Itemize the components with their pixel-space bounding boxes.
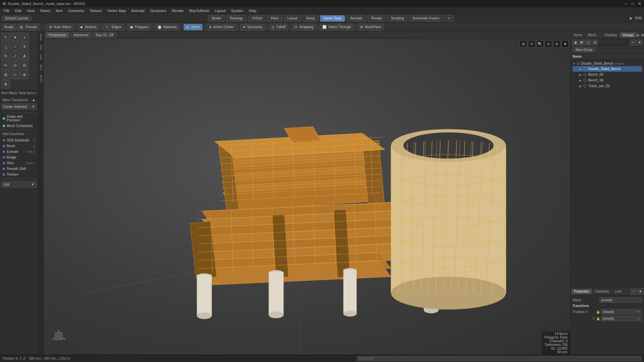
vp-tab-raygl[interactable]: Ray GL: Off	[93, 32, 117, 38]
more-transforms-header[interactable]: More Transforms ▶	[0, 97, 38, 103]
text-tool-btn[interactable]: A	[20, 52, 29, 60]
menu-view[interactable]: View	[24, 8, 37, 13]
scale-tool-btn[interactable]: ⤢	[11, 52, 19, 60]
vp-tab-advanced[interactable]: Advanced	[70, 32, 91, 38]
right-tab-mesh[interactable]: Mesh...	[585, 33, 601, 38]
position-lock-icon[interactable]: 🔒	[596, 310, 600, 314]
magnet-tool-btn[interactable]: ⊙	[11, 61, 19, 70]
select-tool-btn[interactable]: ↖	[1, 33, 10, 42]
vertices-button[interactable]: ◆ Vertices	[77, 24, 99, 31]
edges-button[interactable]: ⬡ Edges	[103, 24, 124, 31]
falloff-button[interactable]: ◎ Falloff	[269, 24, 288, 31]
tree-item-trashcan[interactable]: ▶ ⬡ Trash_can_05	[573, 83, 642, 89]
menu-help[interactable]: Help	[247, 8, 259, 13]
select-through-button[interactable]: ⬜ Select Through	[320, 24, 354, 31]
cube-tool-btn[interactable]: ▪	[20, 33, 29, 42]
vert-tab-vert[interactable]: Vert	[38, 52, 43, 62]
vert-tab-curve[interactable]: Curve	[38, 72, 43, 85]
tab-schematic-fusion[interactable]: Schematic Fusion	[409, 15, 443, 22]
sds-subdivide-item[interactable]: SDS Subdivide D	[0, 137, 38, 143]
rt-icon-4[interactable]: ⊞	[592, 40, 598, 46]
vp-icon-4[interactable]: ✛	[545, 40, 552, 48]
tab-animate[interactable]: Animate	[346, 15, 366, 22]
menu-dynamics[interactable]: Dynamics	[148, 8, 169, 13]
workplane-button[interactable]: ⊞ WorkPlane	[358, 24, 384, 31]
bevel-item[interactable]: Bevel B	[0, 143, 38, 149]
titlebar-controls[interactable]: ─ □ ✕	[625, 1, 641, 6]
new-group-button[interactable]: New Group	[573, 47, 596, 52]
viewport-canvas[interactable]: ⊞ ↻ 🔍 ✛ ⚙ ▼ 14 Items Polygons: Face	[44, 39, 570, 355]
prop-name-value[interactable]: (mixed)	[599, 297, 642, 303]
extra-tool-btn[interactable]: ⊕	[1, 80, 10, 88]
tab-model[interactable]: Model	[208, 15, 224, 22]
sculpt-button[interactable]: Sculpt	[1, 24, 16, 31]
vp-tab-perspective[interactable]: Perspective	[46, 32, 69, 38]
rotate-tool-btn[interactable]: ↻	[1, 52, 10, 60]
right-tab-groups[interactable]: Groups	[620, 33, 636, 38]
default-layouts-dropdown[interactable]: Default Layouts	[2, 16, 32, 21]
tab-topology[interactable]: Topology	[226, 15, 247, 22]
slice-item[interactable]: Slice Shift-C	[0, 160, 38, 166]
tab-layout[interactable]: Layout	[284, 15, 301, 22]
maximize-button[interactable]: □	[632, 1, 634, 6]
array-tool-btn[interactable]: ⊞	[1, 70, 10, 79]
tree-item-bench06[interactable]: ▶ ⬡ Bench_06	[573, 77, 642, 83]
menu-texture[interactable]: Texture	[88, 8, 104, 13]
tab-uvedit[interactable]: UVEdit	[248, 15, 266, 22]
action-center-button[interactable]: ⊕ Action Center	[206, 24, 236, 31]
vp-icon-6[interactable]: ▼	[561, 40, 569, 48]
prop-position-x-value[interactable]: (mixed)	[601, 309, 635, 314]
extrude-item[interactable]: Extrude Shift-X	[0, 149, 38, 155]
tree-root-header[interactable]: ▼ ⊡ Double_Sided_Bench 4 Items	[573, 61, 642, 66]
sphere-tool-btn[interactable]: ●	[11, 33, 19, 42]
bridge-item[interactable]: Bridge	[0, 155, 38, 160]
tab-game-tools[interactable]: Game Tools	[320, 15, 345, 22]
right-panel-collapse[interactable]: ◀	[641, 33, 643, 37]
menu-render[interactable]: Render	[169, 8, 186, 13]
menu-edit[interactable]: Edit	[13, 8, 24, 13]
vp-icon-settings[interactable]: ⚙	[553, 40, 560, 48]
favorites-star[interactable]: ★	[629, 16, 633, 21]
center-selected-dropdown[interactable]: Center Selected ▼	[1, 104, 37, 110]
vp-icon-2[interactable]: ↻	[528, 40, 535, 48]
snapping-button[interactable]: ⊡ Snapping	[292, 24, 316, 31]
smooth-shift-item[interactable]: Smooth Shift	[0, 166, 38, 172]
mesh-constraints-item[interactable]: Mesh Constraints	[0, 123, 38, 129]
presets-button[interactable]: ▤ Presets	[17, 24, 40, 31]
right-tab-shading[interactable]: Shading	[602, 33, 620, 38]
tree-item-double-sided-bench[interactable]: ▶ ⬡ Double_Sided_Bench	[573, 66, 642, 72]
vert-tab-poly[interactable]: Poly	[38, 62, 43, 72]
vp-icon-1[interactable]: ⊞	[520, 40, 527, 48]
symmetry-button[interactable]: ⇌ Symmetry	[240, 24, 265, 31]
position-x-expand[interactable]: ▼	[635, 309, 642, 314]
menu-vertex-map[interactable]: Vertex Map	[105, 8, 128, 13]
move-tool-btn[interactable]: ✛	[20, 42, 29, 51]
props-tab-lists[interactable]: Lists	[612, 289, 625, 294]
right-panel-expand[interactable]: ▶	[637, 33, 640, 37]
menu-geometry[interactable]: Geometry	[66, 8, 87, 13]
circle-tool-btn[interactable]: ○	[11, 42, 19, 51]
tab-paint[interactable]: Paint	[267, 15, 282, 22]
tab-scripting[interactable]: Scripting	[387, 15, 408, 22]
rt-icon-1[interactable]: ◨	[572, 40, 578, 46]
auto-select-button[interactable]: ⊞ Auto Select	[47, 24, 73, 31]
minimize-button[interactable]: ─	[625, 1, 628, 6]
vert-tab-tool[interactable]: Tool	[38, 43, 43, 53]
pen-tool-btn[interactable]: ✏	[1, 61, 10, 70]
polygons-button[interactable]: ◼ Polygons	[127, 24, 151, 31]
tab-setup[interactable]: Setup	[303, 15, 319, 22]
rt-icon-6[interactable]: ▼	[637, 40, 643, 46]
right-tab-items[interactable]: Items	[571, 33, 585, 38]
cone-tool-btn[interactable]: △	[1, 42, 10, 51]
snaps-precision-item[interactable]: Snaps and Precision	[0, 114, 38, 123]
y-expand[interactable]: ▼	[635, 316, 642, 321]
vert-tab-modi[interactable]: Modi	[38, 32, 43, 43]
paint-tool-btn[interactable]: ⊗	[20, 70, 29, 79]
items-button[interactable]: ◈ Items	[183, 24, 203, 31]
menu-item[interactable]: Item	[53, 8, 65, 13]
props-icon-1[interactable]: +	[631, 289, 637, 295]
close-button[interactable]: ✕	[638, 1, 641, 6]
rt-icon-5[interactable]: +	[630, 40, 636, 46]
menu-file[interactable]: File	[1, 8, 12, 13]
item-menu[interactable]: Item Menu: New Item ▼	[0, 90, 38, 96]
